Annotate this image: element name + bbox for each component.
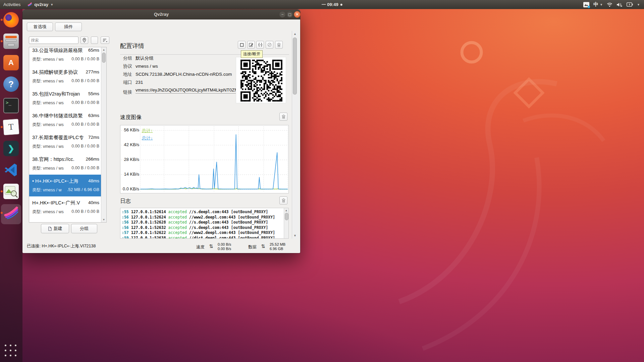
blank-tool-button[interactable] <box>91 37 98 44</box>
wifi-icon[interactable] <box>607 2 612 7</box>
dock-item-qv2ray[interactable] <box>3 205 19 221</box>
connection-type: 类型: vmess / ws <box>32 209 64 215</box>
field-label: 分组 <box>123 56 132 61</box>
gnome-top-bar: Activities qv2ray ▼ 一 09:49 中 ▼ <box>0 0 644 9</box>
field-label: 端口 <box>123 80 132 85</box>
maximize-button[interactable]: ◻ <box>286 11 293 18</box>
trash-icon <box>281 198 286 203</box>
dock-item-text-editor[interactable]: T <box>3 119 19 135</box>
dock-item-files[interactable] <box>3 34 19 49</box>
qv2ray-window: Qv2ray − ◻ ✕ 首选项 插件 33.公益等级線路嚴格限 65ms 类型… <box>22 9 300 253</box>
volume-muted-icon[interactable] <box>616 2 623 7</box>
system-menu-caret-icon[interactable]: ▼ <box>637 3 640 6</box>
scrollbar-thumb[interactable] <box>285 213 288 220</box>
activities-button[interactable]: Activities <box>0 0 24 9</box>
traffic: 0.00 B / 0.00 B <box>71 166 99 170</box>
list-item[interactable]: 38.官网：https://cc. 266ms 类型: vmess / ws 0… <box>29 153 102 175</box>
dock-item-screenshot-tool[interactable] <box>3 184 19 199</box>
up-down-arrows-icon: ⇅ <box>261 243 265 249</box>
list-item[interactable]: 34.捐赠解锁更多协议 277ms 类型: vmess / ws 0.00 B … <box>29 66 102 87</box>
app-menu[interactable]: qv2ray ▼ <box>24 0 57 9</box>
test-latency-button[interactable] <box>266 41 273 49</box>
window-titlebar[interactable]: Qv2ray <box>22 9 300 19</box>
connection-name: 35.包括V2ray和Trojan <box>32 91 86 97</box>
traffic: 0.00 B / 0.00 B <box>71 209 99 214</box>
dock-item-tilix[interactable]: ❯ <box>3 141 19 156</box>
dock-item-firefox[interactable] <box>3 12 19 27</box>
sort-button[interactable] <box>101 37 109 44</box>
screenshot-tray-icon[interactable] <box>583 2 589 7</box>
list-item[interactable]: H+.HK⇠IPLC⇠广州.V 40ms 类型: vmess / ws 0.00… <box>29 196 102 218</box>
connection-name: 38.官网：https://cc. <box>32 156 86 163</box>
input-method-label: 中 <box>593 1 598 8</box>
group-button[interactable]: 分组 <box>71 224 97 233</box>
latency: 266ms <box>86 157 99 162</box>
list-item[interactable]: 35.包括V2ray和Trojan 55ms 类型: vmess / ws 0.… <box>29 87 102 109</box>
search-input[interactable] <box>29 37 78 44</box>
clock[interactable]: 一 09:49 <box>322 0 342 9</box>
legend-total-down[interactable]: 总计↓ <box>142 135 153 141</box>
connection-type: 类型: vmess / ws <box>32 122 64 128</box>
window-title: Qv2ray <box>22 9 300 19</box>
preferences-button[interactable]: 首选项 <box>27 22 53 31</box>
scrollbar-thumb[interactable] <box>102 53 106 63</box>
server-list-scrollbar[interactable]: ▲ ▼ <box>101 47 106 222</box>
data-up-value: 25.52 MB <box>270 242 285 247</box>
log-scrollbar[interactable]: ▲ <box>284 208 288 238</box>
traffic: 0.00 B / 0.00 B <box>71 100 99 105</box>
clear-graph-button[interactable] <box>279 113 287 121</box>
connection-type: 类型: vmess / ws <box>32 57 64 62</box>
scroll-up-icon[interactable]: ▲ <box>101 48 106 51</box>
connect-disconnect-button[interactable] <box>238 41 246 49</box>
legend-total-up[interactable]: 总计↑ <box>142 128 153 134</box>
data-label: 数据 <box>248 244 257 250</box>
field-label: 链接 <box>123 89 132 95</box>
speed-label: 速度 <box>196 244 205 250</box>
list-item[interactable]: 33.公益等级線路嚴格限 65ms 类型: vmess / ws 0.00 B … <box>29 47 102 66</box>
traffic: 0.00 B / 0.00 B <box>71 57 99 61</box>
running-indicator <box>1 40 3 42</box>
scrollbar-thumb[interactable] <box>293 38 297 95</box>
dock-item-ubuntu-software[interactable]: A <box>3 55 19 70</box>
list-item[interactable]: 36.中继中转隧道线路繁 63ms 类型: vmess / ws 0.00 B … <box>29 109 102 131</box>
edit-pencil-icon <box>249 43 253 47</box>
field-value: 默认分组 <box>136 56 154 61</box>
log-line: :56 127.0.0.1:52624 accepted //www2.deep… <box>122 215 288 220</box>
ubuntu-software-icon: A <box>3 55 19 70</box>
field-share-link: 链接vmess://eyJhZGQiOiJTQ0ROLjcyMTM4LkpNT0… <box>123 87 236 95</box>
scroll-down-icon[interactable]: ▼ <box>101 218 106 221</box>
details-pane-scrollbar[interactable]: ▲ ▼ <box>292 31 298 239</box>
edit-json-button[interactable] <box>256 41 264 49</box>
plugins-button[interactable]: 插件 <box>55 22 82 31</box>
connection-name: 36.中继中转隧道线路繁 <box>32 113 86 119</box>
battery-charging-icon[interactable] <box>627 2 633 7</box>
dock-item-terminal[interactable]: >_ <box>3 98 19 113</box>
scroll-up-icon[interactable]: ▲ <box>292 32 298 36</box>
log-line: :55 127.0.0.1:52614 accepted //s.deepl.c… <box>122 209 288 215</box>
data-down-value: 6.96 GB <box>270 247 285 251</box>
connection-type: 类型: vmess / ws <box>32 78 64 84</box>
dock-item-help[interactable]: ? <box>3 76 19 92</box>
minimize-button[interactable]: − <box>279 11 286 18</box>
latency: 65ms <box>88 48 99 53</box>
edit-connection-button[interactable] <box>247 41 255 49</box>
new-connection-button[interactable]: 新建 <box>41 224 69 233</box>
dock-item-vscode[interactable] <box>3 162 19 178</box>
share-link-input[interactable]: vmess://eyJhZGQiOiJTQ0ROLjcyMTM4LkpNT0ZM… <box>136 87 236 94</box>
list-item[interactable]: H+.HK⇠IPLC⇠ <box>29 218 102 223</box>
ytick-56: 56 KB/s <box>120 127 139 132</box>
connection-name: • H+.HK⇠IPLC⇠上海 <box>32 178 86 184</box>
scroll-up-icon[interactable]: ▲ <box>284 209 288 212</box>
input-method-indicator[interactable]: 中 ▼ <box>593 1 603 8</box>
locate-button[interactable] <box>80 37 88 44</box>
running-indicator <box>1 190 3 192</box>
list-item[interactable]: 37.长期套餐覆盖IPLC专 72ms 类型: vmess / ws 0.00 … <box>29 131 102 153</box>
close-button[interactable]: ✕ <box>294 11 301 18</box>
list-item[interactable]: • H+.HK⇠IPLC⇠上海 48ms 类型: vmess / w .52 M… <box>29 175 102 196</box>
clear-log-button[interactable] <box>279 196 287 204</box>
delete-connection-button[interactable] <box>275 41 283 49</box>
connection-type: 类型: vmess / ws <box>32 166 64 171</box>
show-applications-button[interactable] <box>5 345 17 357</box>
scroll-down-icon[interactable]: ▼ <box>292 234 298 237</box>
terminal-icon: >_ <box>3 98 19 113</box>
